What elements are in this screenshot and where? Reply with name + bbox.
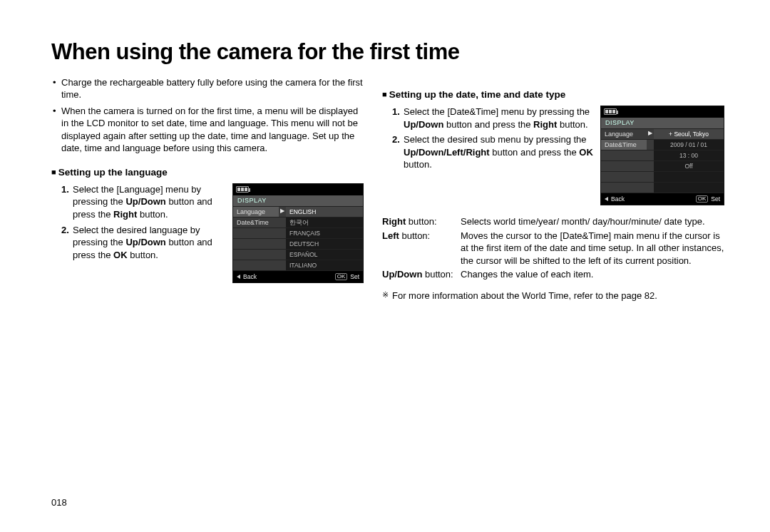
lcd-option: 2009 / 01 / 01 xyxy=(654,139,724,150)
step-text-bold: OK xyxy=(113,250,128,260)
step-item: 2. Select the desired sub menu by pressi… xyxy=(392,133,595,171)
def-term: Right xyxy=(382,216,406,227)
step-item: 1. Select the [Date&Time] menu by pressi… xyxy=(392,106,595,131)
lcd-option: ENGLISH xyxy=(286,206,363,217)
step-text-bold: Up/Down xyxy=(125,237,165,247)
lcd-menu-item: Language xyxy=(233,206,279,217)
def-term-suffix: button: xyxy=(399,230,430,241)
def-term-suffix: button: xyxy=(406,216,436,227)
step-text-bold: Up/Down/Left/Right xyxy=(404,147,490,158)
chevron-right-icon: ▶ xyxy=(279,206,286,217)
step-text: Select the [Date&Time] menu by pressing … xyxy=(404,106,590,117)
lcd-option: + Seoul, Tokyo xyxy=(654,128,724,139)
footnote: For more information about the World Tim… xyxy=(382,290,724,302)
step-text: button and press the xyxy=(490,147,580,158)
lcd-set-label: Set xyxy=(711,196,720,203)
intro-bullet-list: Charge the rechargeable battery fully be… xyxy=(51,76,364,154)
lcd-set-label: Set xyxy=(350,274,359,280)
lcd-option: ESPAÑOL xyxy=(286,249,363,260)
lcd-back-label: Back xyxy=(611,196,625,203)
lcd-menu-item: Date&Time xyxy=(233,217,279,227)
triangle-left-icon xyxy=(605,197,608,201)
step-text: Select the desired sub menu by pressing … xyxy=(404,134,587,145)
battery-icon xyxy=(604,108,617,115)
step-text: button. xyxy=(557,119,587,130)
step-text-bold: Up/Down xyxy=(125,196,165,207)
def-description: Selects world time/year/ month/ day/hour… xyxy=(461,215,724,228)
step-item: 1. Select the [Language] menu by pressin… xyxy=(61,183,227,221)
lcd-section-label: DISPLAY xyxy=(601,118,724,128)
battery-icon xyxy=(236,186,249,193)
intro-bullet: When the camera is turned on for the fir… xyxy=(51,105,364,154)
step-text: button. xyxy=(137,209,168,220)
def-term-suffix: button: xyxy=(422,269,453,280)
lcd-datetime-screenshot: DISPLAY Language ▶ + Seoul, Tokyo Date&T… xyxy=(600,106,724,205)
step-text-bold: Right xyxy=(113,209,137,220)
chevron-right-icon: ▶ xyxy=(647,128,654,139)
step-text: button. xyxy=(128,250,158,260)
ok-icon: OK xyxy=(696,195,709,203)
lcd-menu-item: Language xyxy=(601,128,647,139)
lcd-section-label: DISPLAY xyxy=(233,195,363,206)
step-text: button. xyxy=(404,159,432,170)
step-text-bold: Up/Down xyxy=(404,119,443,130)
datetime-steps: 1. Select the [Date&Time] menu by pressi… xyxy=(382,106,595,171)
page-number: 018 xyxy=(51,497,67,508)
def-description: Changes the value of each item. xyxy=(461,268,724,281)
page-title: When using the camera for the first time xyxy=(51,39,727,65)
lcd-option: Off xyxy=(654,160,724,171)
step-text-bold: OK xyxy=(579,147,593,158)
button-definitions: Right button: Selects world time/year/ m… xyxy=(382,215,724,281)
language-steps: 1. Select the [Language] menu by pressin… xyxy=(51,183,227,261)
right-column: Setting up the date, time and date type … xyxy=(382,76,724,302)
lcd-language-screenshot: DISPLAY Language ▶ ENGLISH Date&Time 한국어… xyxy=(232,183,364,283)
step-text: button and press the xyxy=(443,119,533,130)
lcd-back-label: Back xyxy=(243,274,257,280)
left-column: Charge the rechargeable battery fully be… xyxy=(51,76,364,302)
def-term: Left xyxy=(382,230,399,241)
triangle-left-icon xyxy=(237,275,240,279)
def-description: Moves the cursor to the [Date&Time] main… xyxy=(461,230,724,267)
lcd-option: FRANÇAIS xyxy=(286,227,363,238)
step-item: 2. Select the desired language by pressi… xyxy=(61,224,227,262)
lcd-option: ITALIANO xyxy=(286,260,363,270)
datetime-section-title: Setting up the date, time and date type xyxy=(382,89,724,100)
intro-bullet: Charge the rechargeable battery fully be… xyxy=(51,76,364,101)
ok-icon: OK xyxy=(335,273,348,280)
lcd-option: 13 : 00 xyxy=(654,150,724,160)
content-columns: Charge the rechargeable battery fully be… xyxy=(51,76,727,302)
lcd-menu-item: Date&Time xyxy=(601,139,647,150)
language-section-title: Setting up the language xyxy=(51,167,364,178)
lcd-option: 한국어 xyxy=(286,217,363,227)
lcd-option: DEUTSCH xyxy=(286,238,363,249)
step-text-bold: Right xyxy=(533,119,557,130)
def-term: Up/Down xyxy=(382,269,422,280)
